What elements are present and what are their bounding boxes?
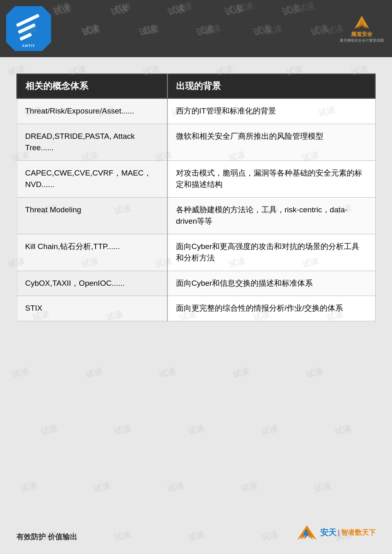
watermark-44: 试读 (158, 365, 177, 380)
table-cell-left-6: STIX (17, 296, 167, 321)
header-watermarks: 试读 试读 试读 试读 试读 试读 试读 试读 试读 试读 试读 (0, 0, 392, 57)
concept-table: 相关的概念体系 出现的背景 Threat/Risk/Exposure/Asset… (16, 73, 376, 321)
watermark-42: 试读 (11, 365, 30, 380)
watermark-53: 试读 (93, 480, 111, 494)
table-cell-right-6: 面向更完整的综合性的情报分析/作业/交换的体系 (167, 296, 375, 321)
table-cell-left-4: Kill Chain,钻石分析,TTP...... (17, 234, 167, 271)
table-cell-right-0: 西方的IT管理和标准化的背景 (167, 98, 375, 124)
table-cell-right-2: 对攻击模式，脆弱点，漏洞等各种基础的安全元素的标定和描述结构 (167, 160, 375, 197)
watermark-45: 试读 (232, 365, 250, 380)
footer-logo-box (296, 523, 318, 542)
wm-h4: 试读 (223, 2, 244, 18)
footer-slogan: 智者数天下 (341, 528, 376, 537)
table-cell-right-3: 各种威胁建模的方法论，工具，risk-centric，data-driven等等 (167, 197, 375, 234)
table-cell-left-3: Threat Modeling (17, 197, 167, 234)
watermark-55: 试读 (240, 480, 258, 494)
watermark-46: 试读 (305, 365, 324, 380)
watermark-50: 试读 (260, 423, 279, 437)
header: ANTIY 试读 试读 试读 试读 试读 试读 试读 试读 试读 试读 试读 频… (0, 0, 392, 57)
logo-text: ANTIY (22, 44, 35, 48)
table-cell-right-5: 面向Cyber和信息交换的描述和标准体系 (167, 271, 375, 296)
table-header-row: 相关的概念体系 出现的背景 (17, 74, 375, 98)
watermark-52: 试读 (19, 480, 38, 494)
footer-right: 安天 | 智者数天下 (296, 523, 376, 542)
header-right-logo: 频道安全 素关网络安全令计量第四期 (340, 14, 384, 43)
wm-h8: 试读 (138, 22, 158, 39)
col2-header: 出现的背景 (167, 74, 375, 98)
footer: 有效防护 价值输出 安天 | 智者数天下 (16, 523, 376, 542)
right-brand-text: 频道安全 (351, 31, 372, 38)
table-cell-left-1: DREAD,STRIDE,PASTA, Attack Tree...... (17, 124, 167, 160)
wm-h5: 试读 (281, 2, 301, 18)
wm-h3: 试读 (166, 2, 187, 18)
logo-line-3 (19, 33, 32, 41)
table-cell-right-4: 面向Cyber和更高强度的攻击和对抗的场景的分析工具和分析方法 (167, 234, 375, 271)
table-row: Threat Modeling各种威胁建模的方法论，工具，risk-centri… (17, 197, 375, 234)
wm-h10: 试读 (252, 22, 272, 39)
table-cell-left-0: Threat/Risk/Exposure/Asset...... (17, 98, 167, 124)
table-row: CybOX,TAXII，OpenIOC......面向Cyber和信息交换的描述… (17, 271, 375, 296)
footer-brand-group: 安天 | 智者数天下 (320, 527, 376, 538)
wm-h9: 试读 (195, 22, 215, 39)
table-cell-right-1: 微软和相关安全厂商所推出的风险管理模型 (167, 124, 375, 160)
footer-brand: 安天 (320, 527, 336, 538)
watermark-54: 试读 (166, 480, 185, 494)
footer-bird-icon (296, 523, 318, 542)
antiy-logo: ANTIY (6, 6, 51, 51)
main-content: 相关的概念体系 出现的背景 Threat/Risk/Exposure/Asset… (0, 57, 392, 334)
wm-h2: 试读 (109, 2, 129, 18)
table-cell-left-2: CAPEC,CWE,CVE,CVRF，MAEC，NVD...... (17, 160, 167, 197)
col1-header: 相关的概念体系 (17, 74, 167, 98)
bird-icon (352, 14, 372, 31)
watermark-49: 试读 (187, 423, 205, 437)
logo-graphic (16, 16, 42, 42)
table-row: Threat/Risk/Exposure/Asset......西方的IT管理和… (17, 98, 375, 124)
table-row: CAPEC,CWE,CVE,CVRF，MAEC，NVD......对攻击模式，脆… (17, 160, 375, 197)
watermark-51: 试读 (334, 423, 352, 437)
watermark-47: 试读 (40, 423, 58, 437)
wm-h11: 试读 (309, 22, 330, 39)
table-body: Threat/Risk/Exposure/Asset......西方的IT管理和… (17, 98, 375, 321)
right-sub-text: 素关网络安全令计量第四期 (340, 38, 384, 43)
watermark-48: 试读 (113, 423, 132, 437)
watermark-43: 试读 (85, 365, 103, 380)
table-row: DREAD,STRIDE,PASTA, Attack Tree......微软和… (17, 124, 375, 160)
logo-line-1 (16, 13, 40, 27)
table-cell-left-5: CybOX,TAXII，OpenIOC...... (17, 271, 167, 296)
table-row: Kill Chain,钻石分析,TTP......面向Cyber和更高强度的攻击… (17, 234, 375, 271)
wm-h7: 试读 (80, 22, 101, 39)
watermark-56: 试读 (313, 480, 332, 494)
footer-left-text: 有效防护 价值输出 (16, 532, 77, 542)
table-row: STIX面向更完整的综合性的情报分析/作业/交换的体系 (17, 296, 375, 321)
wm-h1: 试读 (52, 2, 72, 18)
